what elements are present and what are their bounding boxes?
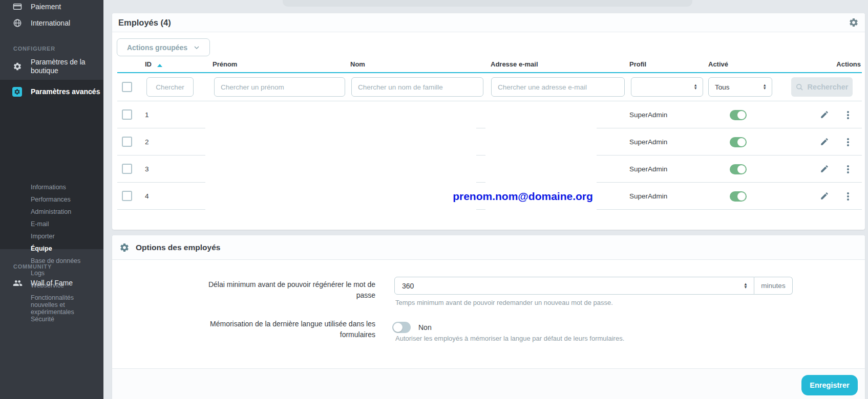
row-checkbox[interactable] (122, 191, 132, 201)
edit-pencil-icon[interactable] (820, 137, 829, 146)
employee-profile: SuperAdmin (629, 101, 667, 128)
edit-pencil-icon[interactable] (820, 191, 829, 201)
edit-pencil-icon[interactable] (820, 110, 829, 119)
active-toggle-on[interactable] (730, 191, 747, 202)
employee-email-annotation: prenom.nom@domaine.org (374, 184, 671, 209)
toggle-knob (393, 323, 403, 332)
password-delay-label: Délai minimum avant de pouvoir régénérer… (190, 279, 375, 301)
first-name-filter-input[interactable] (214, 77, 345, 97)
sidebar-item-wall-of-fame[interactable]: Wall of Fame (0, 276, 103, 290)
sidebar-advanced-block: Paramètres avancés Informations Performa… (0, 80, 103, 249)
toggle-knob (737, 192, 746, 201)
password-delay-help: Temps minimum avant de pouvoir redemande… (395, 299, 613, 306)
search-button-label: Rechercher (808, 83, 849, 91)
sidebar-item-label: Paiement (31, 3, 95, 11)
employees-panel-header: Employés (4) (112, 13, 865, 32)
sidebar-item-parametres-boutique[interactable]: Paramètres de la boutique (0, 55, 103, 78)
active-toggle-on[interactable] (730, 164, 747, 174)
panel-settings-gear-icon[interactable] (849, 17, 859, 28)
employee-options-panel: Options des employés Délai minimum avant… (112, 235, 865, 399)
people-icon (12, 278, 23, 288)
row-menu-kebab-icon[interactable] (844, 137, 852, 148)
column-header-prenom[interactable]: Prénom (213, 60, 237, 68)
active-toggle-on[interactable] (730, 110, 747, 120)
bulk-actions-button[interactable]: Actions groupées (117, 38, 210, 56)
id-filter-input[interactable] (146, 77, 194, 97)
sidebar-section-configurer: CONFIGURER (13, 46, 55, 52)
scrolled-panel-shadow (283, 0, 692, 7)
sort-asc-icon[interactable] (157, 64, 162, 67)
last-name-filter-input[interactable] (351, 77, 483, 97)
active-toggle-on[interactable] (730, 137, 747, 147)
select-all-checkbox[interactable] (122, 82, 132, 92)
sidebar: Paiement International CONFIGURER Paramè… (0, 0, 103, 399)
column-header-active[interactable]: Activé (708, 60, 728, 68)
row-checkbox[interactable] (122, 109, 132, 120)
options-panel-header: Options des employés (112, 235, 865, 260)
prestashop-admin-screen: Paiement International CONFIGURER Paramè… (0, 0, 868, 399)
sidebar-section-community: COMMUNITY (13, 263, 52, 270)
row-menu-kebab-icon[interactable] (844, 191, 852, 202)
row-checkbox[interactable] (122, 164, 132, 174)
column-header-profil[interactable]: Profil (629, 60, 646, 68)
gear-icon (119, 242, 130, 253)
row-checkbox[interactable] (122, 137, 132, 147)
sidebar-item-parametres-avances[interactable]: Paramètres avancés (0, 83, 103, 100)
password-delay-input[interactable] (395, 277, 754, 294)
row-menu-kebab-icon[interactable] (844, 109, 852, 121)
employees-table: ID Prénom Nom Adresse e-mail Profil Acti… (117, 56, 862, 210)
search-button[interactable]: Rechercher (791, 77, 853, 97)
sidebar-item-label: International (31, 19, 95, 28)
password-delay-field: ▲▼ (394, 277, 754, 295)
sidebar-subitem-email[interactable]: E-mail (31, 220, 101, 228)
edit-pencil-icon[interactable] (820, 164, 829, 173)
employees-panel: Employés (4) Actions groupées ID Prénom … (112, 13, 865, 230)
sidebar-subitem-equipe[interactable]: Équipe (31, 245, 101, 252)
globe-icon (12, 18, 23, 28)
gear-icon (12, 61, 23, 72)
active-filter-value: Tous (715, 83, 730, 91)
toggle-state-label: Non (418, 322, 432, 333)
unit-suffix: minutes (754, 277, 793, 295)
chevron-down-icon (194, 45, 200, 51)
active-filter-select[interactable]: Tous ▲▼ (708, 77, 772, 97)
options-panel-title: Options des employés (136, 243, 220, 252)
sidebar-subitem-administration[interactable]: Administration (31, 208, 101, 215)
sidebar-subitem-informations[interactable]: Informations (31, 184, 101, 191)
bulk-actions-label: Actions groupées (127, 43, 187, 52)
gear-square-icon (12, 87, 22, 97)
save-button[interactable]: Enregistrer (801, 375, 858, 395)
employee-id: 4 (145, 183, 149, 210)
table-filter-row: ▲▼ Tous ▲▼ Rechercher (117, 73, 862, 101)
page-title: Employés (4) (118, 18, 171, 28)
select-arrows-icon: ▲▼ (763, 84, 767, 90)
column-header-actions: Actions (836, 60, 861, 68)
sidebar-item-international[interactable]: International (0, 16, 103, 30)
column-header-email[interactable]: Adresse e-mail (491, 60, 538, 68)
employee-id: 2 (145, 128, 149, 156)
language-memory-toggle-off[interactable] (392, 322, 411, 333)
search-icon (796, 83, 803, 91)
sidebar-subitem-securite[interactable]: Sécurité (31, 316, 101, 323)
select-arrows-icon: ▲▼ (694, 84, 697, 90)
table-body: 1 SuperAdmin 2 SuperAdmin (117, 101, 862, 210)
email-filter-input[interactable] (491, 77, 625, 97)
profile-filter-select[interactable]: ▲▼ (631, 77, 703, 97)
sidebar-subitem-performances[interactable]: Performances (31, 196, 101, 203)
toggle-knob (737, 165, 746, 173)
credit-card-icon (12, 2, 23, 12)
options-panel-footer: Enregistrer (112, 368, 865, 399)
sidebar-subitem-fonctionnalites[interactable]: Fonctionnalités nouvelles et expérimenta… (31, 294, 101, 316)
table-header-row: ID Prénom Nom Adresse e-mail Profil Acti… (117, 56, 862, 73)
employee-id: 3 (145, 156, 149, 183)
employee-profile: SuperAdmin (629, 128, 667, 156)
number-stepper-icon[interactable]: ▲▼ (744, 282, 748, 289)
row-menu-kebab-icon[interactable] (844, 164, 852, 175)
column-header-nom[interactable]: Nom (350, 60, 365, 68)
sidebar-item-label: Paramètres de la boutique (31, 58, 95, 75)
sidebar-subitem-importer[interactable]: Importer (31, 233, 101, 240)
column-header-id[interactable]: ID (145, 60, 152, 68)
sidebar-item-label: Wall of Fame (31, 279, 95, 287)
sidebar-subitem-logs[interactable]: Logs (31, 270, 101, 277)
sidebar-item-paiement[interactable]: Paiement (0, 0, 103, 13)
